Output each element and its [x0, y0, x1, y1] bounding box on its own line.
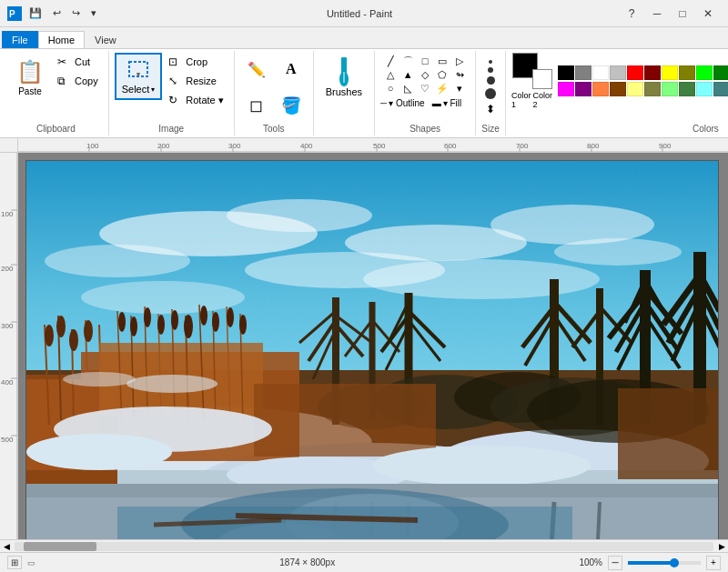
customize-quick-btn[interactable]: ▾	[87, 5, 100, 21]
swatch-0[interactable]	[558, 65, 574, 80]
shape-triangle[interactable]: △	[382, 68, 399, 81]
svg-point-87	[157, 315, 165, 335]
swatch-3[interactable]	[610, 65, 626, 80]
shape-pentagon[interactable]: ⬠	[434, 68, 450, 81]
shape-more[interactable]: ▾	[451, 82, 468, 95]
tab-view[interactable]: View	[85, 31, 126, 48]
swatch-9[interactable]	[713, 65, 728, 80]
shape-line[interactable]: ╱	[382, 55, 399, 67]
shape-scroll[interactable]: ↬	[451, 68, 468, 81]
fill-bucket-button[interactable]: 🪣	[275, 89, 308, 122]
swatch-15[interactable]	[575, 82, 592, 96]
swatch-1[interactable]	[575, 65, 592, 80]
swatch-22[interactable]	[696, 82, 713, 96]
canvas-scroll-area[interactable]	[18, 153, 728, 539]
crop-button[interactable]: ⊡ Crop	[164, 53, 228, 71]
zoom-out-button[interactable]: ─	[608, 556, 622, 570]
zoom-slider[interactable]	[628, 561, 701, 565]
select-dropdown-arrow: ▾	[151, 85, 155, 94]
save-quick-btn[interactable]: 💾	[25, 5, 46, 21]
paste-icon: 📋	[15, 57, 45, 86]
svg-text:300: 300	[1, 322, 14, 330]
rotate-button[interactable]: ↻ Rotate ▾	[164, 91, 228, 109]
swatch-5[interactable]	[644, 65, 661, 80]
shapes-group-content: ╱ ⌒ □ ▭ ▷ △ ▲ ◇ ⬠ ↬ ○ ◺ ♡ ⚡ ▾	[380, 53, 470, 122]
svg-point-85	[130, 316, 137, 336]
resize-button[interactable]: ⤡ Resize	[164, 72, 228, 90]
zoom-slider-thumb[interactable]	[670, 558, 679, 567]
swatch-7[interactable]	[679, 65, 695, 80]
color-palette-row1	[558, 65, 728, 80]
tab-home[interactable]: Home	[38, 31, 85, 48]
shape-lightning[interactable]: ⚡	[434, 82, 450, 95]
tab-file[interactable]: File	[2, 31, 38, 48]
swatch-6[interactable]	[662, 65, 678, 80]
svg-text:500: 500	[1, 436, 14, 444]
swatch-19[interactable]	[644, 82, 661, 96]
brushes-button[interactable]: Brushes	[319, 53, 369, 102]
svg-point-91	[212, 312, 219, 332]
brushes-group: Brushes Brushes	[314, 51, 375, 135]
color2-swatch[interactable]	[532, 69, 552, 89]
shape-triangle2[interactable]: ▲	[399, 68, 416, 81]
outline-label: ▾ Outline	[389, 98, 424, 108]
maximize-button[interactable]: □	[670, 1, 695, 26]
minimize-button[interactable]: ─	[644, 1, 670, 26]
help-button[interactable]: ?	[619, 1, 644, 26]
close-button[interactable]: ✕	[695, 1, 721, 26]
swatch-17[interactable]	[610, 82, 626, 96]
status-bar: ⊞ ▭ 1874 × 800px 100% ─ +	[0, 552, 728, 572]
shape-curve[interactable]: ⌒	[399, 55, 416, 67]
pencil-button[interactable]: ✏️	[240, 53, 273, 85]
shape-chevron[interactable]: ▷	[451, 55, 468, 67]
svg-text:100: 100	[86, 142, 99, 150]
resize-label: Resize	[186, 75, 217, 86]
scroll-right-button[interactable]: ▶	[715, 540, 728, 553]
copy-button[interactable]: ⧉ Copy	[53, 72, 103, 90]
swatch-18[interactable]	[627, 82, 643, 96]
svg-point-70	[69, 329, 78, 351]
redo-quick-btn[interactable]: ↪	[68, 5, 84, 21]
fill-label: ▾ Fill	[443, 98, 462, 108]
outline-button[interactable]: ─ ▾ Outline	[380, 98, 425, 108]
swatch-16[interactable]	[592, 82, 609, 96]
select-button[interactable]: Select ▾	[115, 53, 163, 100]
swatch-8[interactable]	[696, 65, 713, 80]
status-thumbnail[interactable]: ⊞	[7, 556, 22, 569]
status-right: 100% ─ +	[579, 556, 721, 570]
zoom-in-button[interactable]: +	[706, 556, 721, 570]
eraser-button[interactable]: ◻	[240, 89, 273, 122]
undo-quick-btn[interactable]: ↩	[49, 5, 65, 21]
text-button[interactable]: A	[275, 53, 308, 85]
swatch-21[interactable]	[679, 82, 695, 96]
swatch-20[interactable]	[662, 82, 678, 96]
horizontal-scrollbar[interactable]: ◀ ▶	[0, 539, 728, 552]
quick-access-toolbar: 💾 ↩ ↪ ▾	[25, 5, 100, 21]
shape-rounded-rect[interactable]: ▭	[434, 55, 450, 67]
paste-button[interactable]: 📋 Paste	[9, 53, 51, 101]
swatch-2[interactable]	[592, 65, 609, 80]
scrollbar-thumb[interactable]	[24, 542, 96, 551]
shape-diamond[interactable]: ◇	[417, 68, 433, 81]
swatch-23[interactable]	[713, 82, 728, 96]
status-dimensions: 1874 × 800px	[279, 557, 335, 567]
shape-right-triangle[interactable]: ◺	[399, 82, 416, 95]
shape-rect[interactable]: □	[417, 55, 433, 67]
swatch-4[interactable]	[627, 65, 643, 80]
tools-group-label: Tools	[263, 122, 284, 134]
scroll-left-button[interactable]: ◀	[0, 540, 13, 553]
scrollbar-track[interactable]	[15, 542, 713, 551]
svg-point-39	[227, 199, 372, 232]
canvas[interactable]	[25, 160, 719, 539]
size-selector[interactable]	[485, 56, 496, 103]
brushes-label: Brushes	[326, 86, 362, 97]
shape-heart[interactable]: ♡	[417, 82, 433, 95]
size-group-label: Size	[481, 122, 499, 134]
swatch-14[interactable]	[558, 82, 574, 96]
svg-text:400: 400	[1, 378, 14, 386]
fill-button[interactable]: ▬ ▾ Fill	[432, 98, 462, 108]
shape-ellipse[interactable]: ○	[382, 82, 399, 95]
resize-icon: ⤡	[168, 75, 183, 87]
svg-text:P: P	[9, 9, 15, 19]
cut-button[interactable]: ✂ Cut	[53, 53, 103, 71]
